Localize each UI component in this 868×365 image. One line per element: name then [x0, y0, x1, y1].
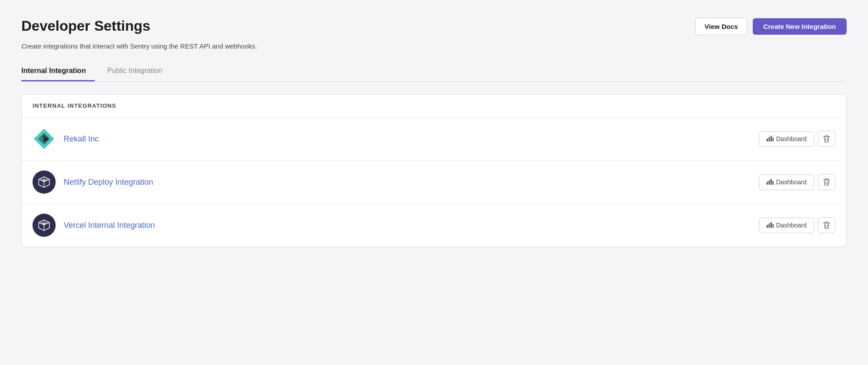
page-title: Developer Settings [21, 18, 150, 34]
rekall-logo [32, 127, 56, 150]
svg-rect-5 [771, 136, 772, 142]
integration-left: Rekall Inc [32, 127, 99, 150]
netlify-dashboard-button[interactable]: Dashboard [759, 174, 815, 190]
svg-rect-11 [771, 179, 772, 185]
svg-rect-17 [771, 222, 772, 228]
vercel-actions: Dashboard [759, 217, 836, 233]
svg-rect-16 [768, 223, 770, 228]
create-integration-button[interactable]: Create New Integration [753, 18, 847, 35]
vercel-logo [32, 214, 56, 237]
vercel-delete-button[interactable] [818, 217, 836, 233]
integration-left: Netlify Deploy Integration [32, 170, 153, 194]
card-header: INTERNAL INTEGRATIONS [22, 94, 846, 118]
svg-rect-9 [767, 182, 768, 185]
dashboard-icon [767, 135, 774, 143]
rekall-actions: Dashboard [759, 131, 836, 147]
integrations-card: INTERNAL INTEGRATIONS Rekall Inc [21, 94, 847, 247]
svg-rect-4 [768, 137, 770, 142]
svg-rect-12 [772, 181, 774, 185]
rekall-dashboard-button[interactable]: Dashboard [759, 131, 815, 147]
rekall-integration-name[interactable]: Rekall Inc [64, 134, 99, 144]
tab-public[interactable]: Public Integration [107, 62, 171, 81]
vercel-integration-name[interactable]: Vercel Internal Integration [64, 221, 155, 230]
svg-rect-15 [767, 225, 768, 228]
tab-internal[interactable]: Internal Integration [21, 62, 95, 81]
netlify-logo [32, 170, 56, 194]
page-subtitle: Create integrations that interact with S… [21, 42, 847, 50]
vercel-dashboard-button[interactable]: Dashboard [759, 218, 815, 233]
svg-rect-10 [768, 180, 770, 185]
netlify-integration-name[interactable]: Netlify Deploy Integration [64, 178, 153, 187]
integration-row: Vercel Internal Integration Dashboard [22, 204, 846, 247]
dashboard-icon [767, 222, 774, 229]
tabs-container: Internal Integration Public Integration [21, 62, 847, 81]
integration-row: Rekall Inc Dashboard [22, 118, 846, 161]
view-docs-button[interactable]: View Docs [695, 18, 747, 35]
svg-rect-3 [767, 138, 768, 142]
svg-rect-18 [772, 224, 774, 228]
header-buttons: View Docs Create New Integration [695, 18, 847, 35]
integration-row: Netlify Deploy Integration Dashboard [22, 161, 846, 204]
dashboard-icon [767, 178, 774, 186]
rekall-delete-button[interactable] [818, 131, 836, 147]
page-header: Developer Settings View Docs Create New … [21, 18, 847, 35]
integration-left: Vercel Internal Integration [32, 214, 155, 237]
svg-rect-6 [772, 138, 774, 142]
netlify-delete-button[interactable] [818, 174, 836, 190]
netlify-actions: Dashboard [759, 174, 836, 190]
